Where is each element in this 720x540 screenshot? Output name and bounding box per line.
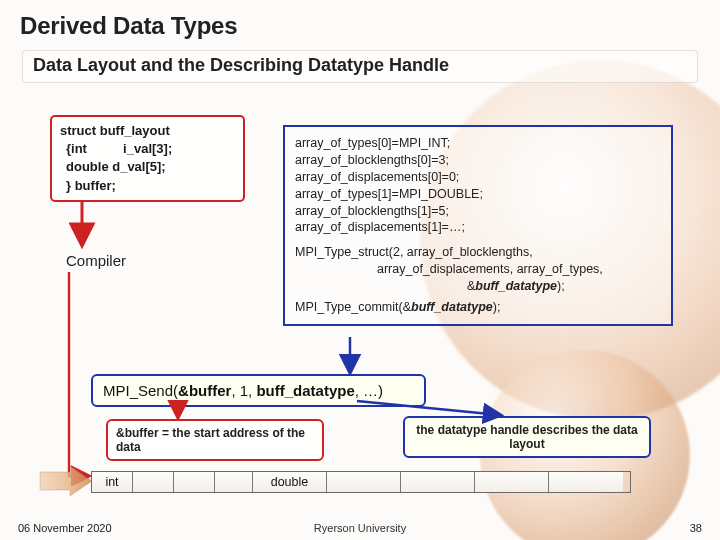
code-line: array_of_displacements[1]=…;: [295, 219, 663, 236]
memory-cell: [401, 472, 475, 492]
slide-content: Derived Data Types Data Layout and the D…: [0, 0, 720, 540]
code-line: MPI_Type_struct(2, array_of_blocklengths…: [295, 244, 663, 261]
code-line: array_of_types[0]=MPI_INT;: [295, 135, 663, 152]
memory-cell: [174, 472, 215, 492]
memory-cell: [549, 472, 623, 492]
slide-subtitle: Data Layout and the Describing Datatype …: [33, 55, 687, 76]
code-line: &buff_datatype);: [295, 278, 663, 295]
footer-university: Ryerson University: [0, 522, 720, 534]
buffer-description-box: &buffer = the start address of the data: [106, 419, 324, 461]
struct-definition-box: struct buff_layout {int i_val[3]; double…: [50, 115, 245, 202]
struct-line-1: struct buff_layout: [60, 122, 235, 140]
handle-description-box: the datatype handle describes the data l…: [403, 416, 651, 458]
mpi-code-box: array_of_types[0]=MPI_INT; array_of_bloc…: [283, 125, 673, 326]
code-line: array_of_displacements, array_of_types,: [295, 261, 663, 278]
code-line: MPI_Type_commit(&buff_datatype);: [295, 299, 663, 316]
code-line: array_of_displacements[0]=0;: [295, 169, 663, 186]
struct-line-4: } buffer;: [60, 177, 235, 195]
memory-cell: [475, 472, 549, 492]
slide-title: Derived Data Types: [0, 0, 720, 46]
struct-line-2: {int i_val[3];: [60, 140, 235, 158]
code-line: array_of_blocklengths[0]=3;: [295, 152, 663, 169]
mpi-send-box: MPI_Send(&buffer, 1, buff_datatype, …): [91, 374, 426, 407]
subtitle-container: Data Layout and the Describing Datatype …: [22, 50, 698, 83]
compiler-label: Compiler: [66, 252, 126, 269]
footer-page-number: 38: [690, 522, 702, 534]
memory-layout-strip: int double: [91, 471, 631, 493]
struct-line-3: double d_val[5];: [60, 158, 235, 176]
code-line: array_of_types[1]=MPI_DOUBLE;: [295, 186, 663, 203]
memory-cell-padding: [215, 472, 253, 492]
memory-cell: [327, 472, 401, 492]
memory-cell: [133, 472, 174, 492]
code-line: array_of_blocklengths[1]=5;: [295, 203, 663, 220]
memory-cell-double: double: [253, 472, 327, 492]
memory-cell-int: int: [92, 472, 133, 492]
